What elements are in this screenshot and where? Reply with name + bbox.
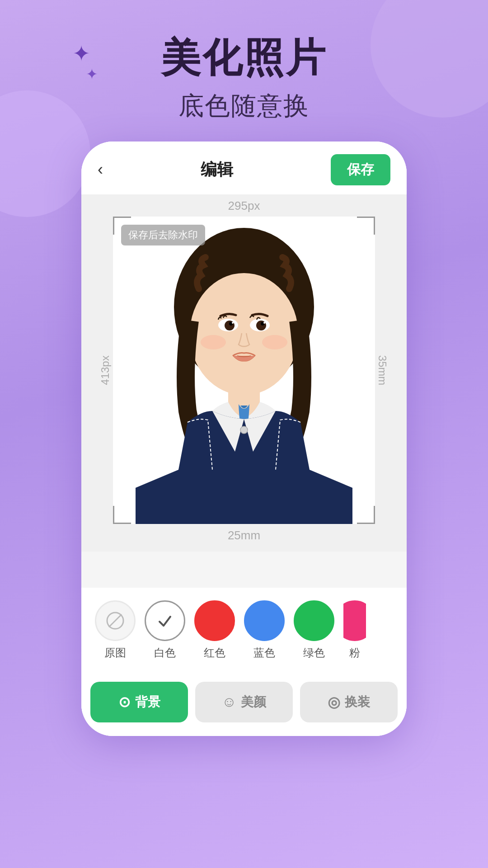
svg-point-12 xyxy=(201,335,226,349)
color-circle-green xyxy=(294,600,334,641)
check-icon xyxy=(155,611,175,631)
spacer xyxy=(81,552,407,588)
photo-frame-wrapper: 413px 35mm 保存后去除水印 xyxy=(113,217,375,524)
color-option-blue[interactable]: 蓝色 xyxy=(244,600,285,660)
color-option-green[interactable]: 绿色 xyxy=(294,600,334,660)
color-circle-red xyxy=(194,600,235,641)
color-circle-original xyxy=(95,600,136,641)
save-button[interactable]: 保存 xyxy=(331,154,390,185)
color-picker-section: 原图 白色 红色 xyxy=(81,588,407,673)
svg-point-14 xyxy=(240,426,248,434)
sparkle-icon-left2: ✦ xyxy=(86,66,98,83)
phone-mockup: ‹ 编辑 保存 295px 413px 35mm 保存后去除水印 xyxy=(81,142,407,736)
beauty-icon: ☺ xyxy=(222,693,237,710)
sparkle-icon-left: ✦ xyxy=(72,41,90,66)
outfit-tool-button[interactable]: ◎ 换装 xyxy=(300,682,398,722)
tool-buttons-row: ⊙ 背景 ☺ 美颜 ◎ 换装 xyxy=(81,673,407,736)
beauty-tool-label: 美颜 xyxy=(241,693,266,711)
color-option-red[interactable]: 红色 xyxy=(194,600,235,660)
app-topbar: ‹ 编辑 保存 xyxy=(81,142,407,194)
watermark-badge: 保存后去除水印 xyxy=(121,225,205,245)
outfit-tool-label: 换装 xyxy=(345,693,370,711)
corner-br xyxy=(357,506,375,524)
color-options-list: 原图 白色 红色 xyxy=(95,600,393,664)
dimension-right-label: 35mm xyxy=(376,355,389,385)
svg-point-10 xyxy=(232,322,234,324)
header-area: ✦ ✦ 美化照片 底色随意换 xyxy=(0,0,488,142)
color-circle-white xyxy=(145,600,185,641)
color-option-white[interactable]: 白色 xyxy=(145,600,185,660)
color-label-green: 绿色 xyxy=(303,646,325,660)
color-label-red: 红色 xyxy=(204,646,225,660)
dimension-left-label: 413px xyxy=(99,355,112,385)
background-tool-label: 背景 xyxy=(135,693,160,711)
color-option-original[interactable]: 原图 xyxy=(95,600,136,660)
photo-frame: 保存后去除水印 xyxy=(113,217,375,524)
svg-line-16 xyxy=(109,614,122,627)
beauty-tool-button[interactable]: ☺ 美颜 xyxy=(195,682,293,722)
color-label-blue: 蓝色 xyxy=(253,646,275,660)
photo-editing-area: 295px 413px 35mm 保存后去除水印 xyxy=(81,194,407,552)
person-illustration xyxy=(113,217,375,524)
back-button[interactable]: ‹ xyxy=(98,160,103,179)
dimension-bottom-label: 25mm xyxy=(228,528,260,542)
person-photo xyxy=(113,217,375,524)
background-tool-button[interactable]: ⊙ 背景 xyxy=(90,682,188,722)
color-circle-pink xyxy=(343,600,366,641)
color-circle-blue xyxy=(244,600,285,641)
corner-bl xyxy=(113,506,131,524)
dimension-top-label: 295px xyxy=(228,199,260,213)
color-option-pink[interactable]: 粉 xyxy=(343,600,366,660)
ban-icon xyxy=(105,611,125,631)
phone-inner: ‹ 编辑 保存 295px 413px 35mm 保存后去除水印 xyxy=(81,142,407,736)
svg-point-13 xyxy=(262,335,287,349)
outfit-icon: ◎ xyxy=(328,693,340,711)
color-label-pink: 粉 xyxy=(349,646,360,660)
corner-tr xyxy=(357,217,375,235)
color-label-original: 原图 xyxy=(104,646,126,660)
topbar-title: 编辑 xyxy=(201,159,233,181)
sub-title: 底色随意换 xyxy=(0,89,488,123)
color-label-white: 白色 xyxy=(154,646,176,660)
background-icon: ⊙ xyxy=(118,693,131,711)
svg-point-11 xyxy=(263,322,265,324)
svg-point-2 xyxy=(190,273,298,395)
